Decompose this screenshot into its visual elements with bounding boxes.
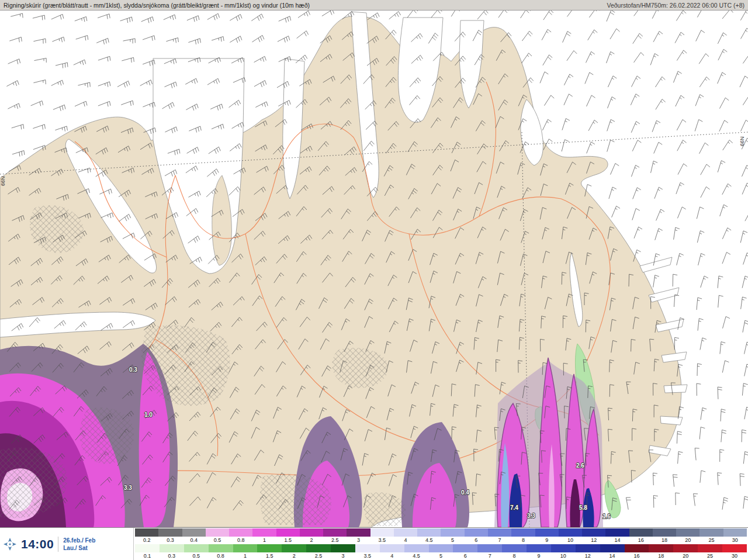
legend-cell: 16 <box>625 544 649 560</box>
legend-cell: 18 <box>649 544 673 560</box>
latitude-label: 66N <box>739 136 745 146</box>
legend-swatch <box>306 544 331 552</box>
legend-value: 3 <box>347 537 370 544</box>
legend-value: 0.5 <box>206 537 229 544</box>
header-bar: Rigning/skúrir (grænt/blátt/rautt - mm/1… <box>0 0 748 11</box>
legend-cell: 6 <box>453 544 477 560</box>
legend-swatch <box>160 544 184 552</box>
legend-value: 1.5 <box>276 537 300 544</box>
legend-cell: 25 <box>698 544 722 560</box>
legend-cell: 0.1 <box>135 544 160 560</box>
legend-swatch <box>300 528 323 537</box>
map-area: 0.31.03.30.42.67.43.35.81.6 66N66N <box>0 11 748 527</box>
legend-cell: 30 <box>723 528 747 544</box>
legend-value: 10 <box>551 552 576 560</box>
legend-cell: 4.5 <box>417 528 441 544</box>
legend-cell: 3.5 <box>370 528 394 544</box>
legend-value: 0.4 <box>182 537 206 544</box>
legend-value: 16 <box>629 537 653 544</box>
legend-value: 8 <box>511 537 535 544</box>
legend-swatch <box>206 528 229 537</box>
legend-cell: 14 <box>605 528 629 544</box>
legend-swatch <box>673 544 698 552</box>
legend-swatch <box>649 544 673 552</box>
legend-cell: 30 <box>722 544 747 560</box>
legend-cell: 4 <box>380 544 404 560</box>
legend-value: 3 <box>331 552 355 560</box>
legend-swatch <box>488 528 511 537</box>
time-panel: 14:00 26.feb./ Feb Lau./ Sat <box>0 528 133 560</box>
legend-swatch <box>629 528 653 537</box>
precip-value-label: 3.3 <box>527 513 535 519</box>
legend-value: 4.5 <box>404 552 429 560</box>
legend-cell: 0.5 <box>206 528 229 544</box>
legend-value: 2 <box>300 537 323 544</box>
precip-legend: 0.20.30.40.50.811.522.533.544.5567891012… <box>133 528 748 560</box>
legend-value: 0.3 <box>160 552 184 560</box>
legend-value: 6 <box>465 537 488 544</box>
legend-cell: 3.5 <box>355 544 380 560</box>
legend-swatch <box>527 544 551 552</box>
legend-value: 16 <box>625 552 649 560</box>
legend-swatch <box>625 544 649 552</box>
legend-value: 7 <box>477 552 502 560</box>
legend-cell: 10 <box>559 528 582 544</box>
legend-swatch <box>722 544 747 552</box>
legend-swatch <box>441 528 464 537</box>
legend-swatch <box>355 544 380 552</box>
legend-swatch <box>477 544 502 552</box>
legend-cell: 0.3 <box>158 528 182 544</box>
footer-bar: 14:00 26.feb./ Feb Lau./ Sat 0.20.30.40.… <box>0 527 748 560</box>
legend-cell: 0.8 <box>209 544 233 560</box>
valid-date-bottom: Lau./ Sat <box>63 545 88 551</box>
legend-value: 20 <box>673 552 698 560</box>
legend-swatch <box>404 544 429 552</box>
legend-value: 9 <box>535 537 559 544</box>
rain-scale-row: 0.10.30.50.811.522.533.544.5567891012141… <box>135 544 747 560</box>
legend-swatch <box>535 528 559 537</box>
legend-swatch <box>723 528 747 537</box>
legend-value: 4.5 <box>417 537 441 544</box>
legend-swatch <box>370 528 394 537</box>
legend-swatch <box>276 528 300 537</box>
legend-value: 9 <box>527 552 551 560</box>
precip-value-label: 0.3 <box>129 367 137 373</box>
legend-value: 10 <box>559 537 582 544</box>
legend-swatch <box>699 528 723 537</box>
legend-swatch <box>551 544 576 552</box>
precip-value-label: 1.6 <box>602 513 611 520</box>
legend-cell: 12 <box>582 528 605 544</box>
legend-value: 14 <box>605 537 629 544</box>
legend-swatch <box>502 544 527 552</box>
legend-cell: 0.3 <box>160 544 184 560</box>
legend-cell: 0.4 <box>182 528 206 544</box>
legend-cell: 18 <box>653 528 676 544</box>
legend-cell: 4.5 <box>404 544 429 560</box>
legend-swatch <box>465 528 488 537</box>
legend-swatch <box>135 544 160 552</box>
legend-value: 30 <box>722 552 747 560</box>
legend-value: 0.1 <box>135 552 160 560</box>
legend-value: 20 <box>676 537 699 544</box>
legend-value: 18 <box>649 552 673 560</box>
legend-cell: 2.5 <box>306 544 331 560</box>
legend-cell: 7 <box>477 544 502 560</box>
legend-value: 14 <box>600 552 625 560</box>
legend-value: 5 <box>429 552 453 560</box>
legend-value: 25 <box>699 537 723 544</box>
legend-cell: 5 <box>429 544 453 560</box>
legend-swatch <box>698 544 722 552</box>
compass-icon <box>3 537 17 551</box>
valid-date-top: 26.feb./ Feb <box>63 537 95 544</box>
legend-value: 2 <box>282 552 306 560</box>
legend-swatch <box>323 528 347 537</box>
precip-value-label: 0.4 <box>461 489 469 496</box>
precip-value-label: 2.6 <box>576 462 584 469</box>
legend-cell: 14 <box>600 544 625 560</box>
legend-value: 18 <box>653 537 676 544</box>
legend-swatch <box>252 528 276 537</box>
legend-cell: 20 <box>676 528 699 544</box>
legend-cell: 1 <box>252 528 276 544</box>
precip-value-label: 7.4 <box>510 504 518 511</box>
legend-swatch <box>600 544 625 552</box>
